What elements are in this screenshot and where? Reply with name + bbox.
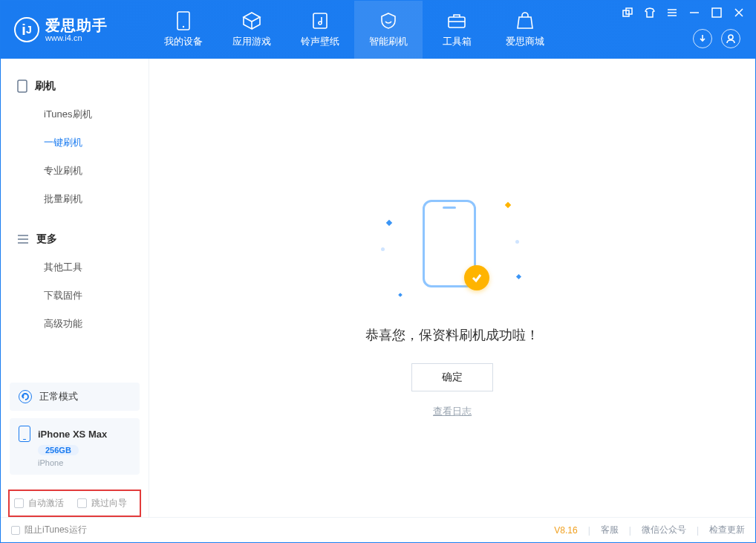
checkbox-icon (11, 526, 20, 535)
phone-icon (17, 79, 27, 93)
titlebar: iJ 爱思助手 www.i4.cn 我的设备 应用游戏 铃声壁纸 智能刷机 (1, 1, 755, 59)
svg-rect-2 (313, 13, 327, 28)
checkbox-label: 阻止iTunes运行 (25, 524, 87, 536)
statusbar: 阻止iTunes运行 V8.16 | 客服 | 微信公众号 | 检查更新 (1, 517, 755, 542)
svg-rect-7 (712, 8, 721, 17)
device-name: iPhone XS Max (38, 429, 107, 440)
window-controls (622, 7, 745, 19)
sidebar-group-title: 更多 (36, 233, 57, 246)
shield-icon (379, 11, 398, 30)
svg-point-8 (729, 35, 733, 39)
sidebar-group-title: 刷机 (35, 79, 56, 93)
svg-rect-4 (449, 17, 465, 27)
nav-ringtones[interactable]: 铃声壁纸 (286, 1, 354, 59)
nav-label: 智能刷机 (369, 35, 408, 48)
logo-icon: iJ (14, 17, 39, 42)
device-icon (174, 11, 193, 30)
top-nav: 我的设备 应用游戏 铃声壁纸 智能刷机 工具箱 爱思商城 (149, 1, 559, 59)
support-link[interactable]: 客服 (601, 524, 619, 536)
sidebar-item-itunes-flash[interactable]: iTunes刷机 (1, 100, 149, 129)
download-icon[interactable] (693, 29, 712, 48)
version-label: V8.16 (554, 525, 577, 536)
toolbox-icon (447, 11, 466, 30)
sidebar-item-advanced[interactable]: 高级功能 (1, 310, 149, 338)
skin-icon[interactable] (644, 7, 656, 19)
option-checks-highlight: 自动激活 跳过向导 (8, 490, 141, 517)
sidebar-group-flash: 刷机 (1, 72, 149, 100)
user-icon[interactable] (721, 29, 740, 48)
ok-button[interactable]: 确定 (411, 363, 493, 391)
nav-label: 爱思商城 (506, 35, 544, 48)
nav-toolbox[interactable]: 工具箱 (423, 1, 491, 59)
checkmark-icon (464, 265, 489, 290)
menu-icon (17, 234, 29, 244)
checkbox-label: 跳过向导 (91, 497, 127, 510)
sidebar-item-oneclick-flash[interactable]: 一键刷机 (1, 129, 149, 157)
nav-label: 工具箱 (443, 35, 472, 48)
app-name: 爱思助手 (45, 17, 108, 33)
logo: iJ 爱思助手 www.i4.cn (1, 1, 149, 59)
checkbox-icon (77, 498, 87, 508)
auto-activate-checkbox[interactable]: 自动激活 (14, 497, 64, 510)
check-update-link[interactable]: 检查更新 (709, 524, 745, 536)
mode-label: 正常模式 (39, 390, 78, 403)
sidebar-item-pro-flash[interactable]: 专业刷机 (1, 157, 149, 185)
cube-icon (242, 11, 261, 30)
app-window: iJ 爱思助手 www.i4.cn 我的设备 应用游戏 铃声壁纸 智能刷机 (0, 0, 756, 543)
sidebar-item-download-fw[interactable]: 下载固件 (1, 282, 149, 310)
bag-icon (515, 11, 535, 30)
nav-label: 我的设备 (164, 35, 203, 48)
nav-smart-flash[interactable]: 智能刷机 (354, 1, 423, 59)
device-card[interactable]: iPhone XS Max 256GB iPhone (10, 418, 140, 475)
nav-apps-games[interactable]: 应用游戏 (218, 1, 286, 59)
maximize-icon[interactable] (711, 7, 723, 19)
svg-rect-9 (18, 80, 27, 92)
success-message: 恭喜您，保资料刷机成功啦！ (365, 326, 539, 344)
svg-point-3 (319, 22, 322, 25)
nav-store[interactable]: 爱思商城 (491, 1, 559, 59)
nav-my-device[interactable]: 我的设备 (149, 1, 218, 59)
device-capacity: 256GB (38, 445, 79, 455)
svg-point-1 (183, 26, 184, 27)
sidebar-item-batch-flash[interactable]: 批量刷机 (1, 185, 149, 213)
success-illustration (408, 200, 497, 304)
main-content: 恭喜您，保资料刷机成功啦！ 确定 查看日志 (149, 59, 755, 517)
feedback-icon[interactable] (622, 7, 633, 19)
sidebar-item-other-tools[interactable]: 其他工具 (1, 253, 149, 282)
app-url: www.i4.cn (45, 33, 108, 42)
close-icon[interactable] (733, 7, 745, 19)
nav-label: 应用游戏 (232, 35, 271, 48)
block-itunes-checkbox[interactable]: 阻止iTunes运行 (11, 524, 87, 536)
skip-guide-checkbox[interactable]: 跳过向导 (77, 497, 127, 510)
checkbox-icon (14, 498, 24, 508)
sidebar: 刷机 iTunes刷机 一键刷机 专业刷机 批量刷机 更多 其他工具 下载固件 … (1, 59, 149, 517)
checkbox-label: 自动激活 (28, 497, 64, 510)
view-log-link[interactable]: 查看日志 (433, 405, 472, 418)
nav-label: 铃声壁纸 (301, 35, 339, 48)
sidebar-group-more: 更多 (1, 225, 149, 253)
mode-icon (19, 390, 32, 403)
wechat-link[interactable]: 微信公众号 (642, 524, 686, 536)
phone-icon (19, 426, 30, 442)
note-icon (310, 11, 330, 30)
menu-icon[interactable] (666, 7, 678, 19)
minimize-icon[interactable] (688, 7, 700, 19)
device-type: iPhone (38, 458, 63, 467)
mode-card[interactable]: 正常模式 (10, 383, 140, 411)
body: 刷机 iTunes刷机 一键刷机 专业刷机 批量刷机 更多 其他工具 下载固件 … (1, 59, 755, 517)
